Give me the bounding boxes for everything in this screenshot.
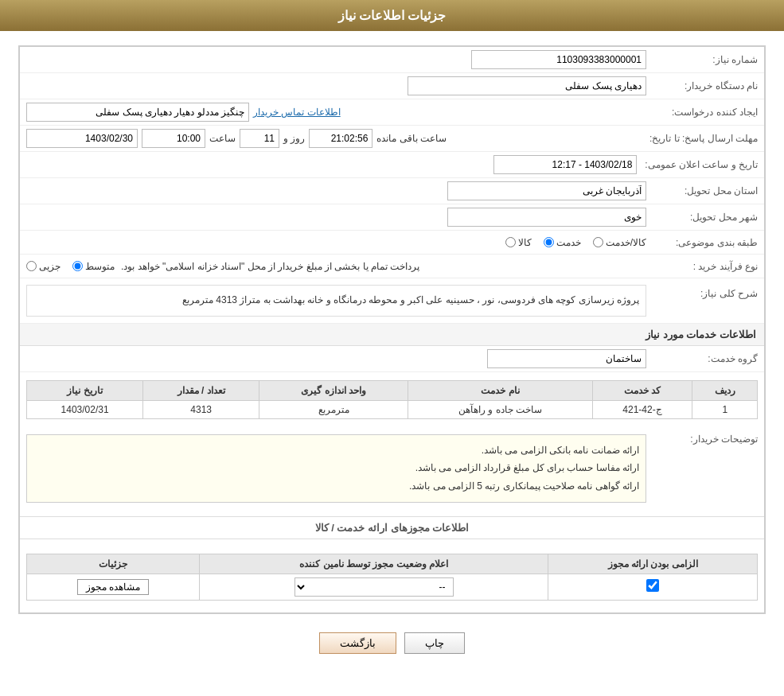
table-row: 1 ج-42-421 ساخت جاده و راهآهن مترمربع 43… bbox=[27, 400, 758, 418]
permits-table-container: الزامی بودن ارائه مجوز اعلام وضعیت مجوز … bbox=[20, 546, 764, 612]
process-type-text: پرداخت تمام یا بخشی از مبلغ خریدار از مح… bbox=[121, 261, 419, 272]
deadline-label: مهلت ارسال پاسخ: تا تاریخ: bbox=[642, 133, 758, 144]
permits-section-divider: اطلاعات مجوزهای ارائه خدمت / کالا bbox=[20, 516, 764, 539]
kala-label: کالا bbox=[518, 237, 532, 248]
description-row: شرح کلی نیاز: پروژه زیرسازی کوچه های فرد… bbox=[20, 278, 764, 324]
permit-col-required: الزامی بودن ارائه مجوز bbox=[548, 554, 758, 574]
description-label: شرح کلی نیاز: bbox=[646, 285, 758, 299]
cell-service-code: ج-42-421 bbox=[592, 400, 692, 418]
services-table-container: ردیف کد خدمت نام خدمت واحد اندازه گیری ت… bbox=[20, 372, 764, 427]
back-button[interactable]: بازگشت bbox=[319, 632, 396, 654]
remaining-input[interactable] bbox=[309, 129, 372, 148]
permit-row: -- مشاهده مجوز bbox=[27, 574, 758, 600]
view-permit-button[interactable]: مشاهده مجوز bbox=[77, 579, 149, 595]
cell-unit: مترمربع bbox=[259, 400, 408, 418]
category-radio-kala-khedmat: کالا/خدمت bbox=[593, 237, 646, 248]
city-input[interactable] bbox=[447, 208, 646, 227]
services-section-title: اطلاعات خدمات مورد نیاز bbox=[20, 324, 764, 346]
note-line-3: ارائه گواهی نامه صلاحیت پیمانکاری رتبه 5… bbox=[33, 477, 639, 496]
note-line-2: ارائه مفاسا حساب برای کل مبلغ قرارداد ال… bbox=[33, 459, 639, 477]
service-group-row: گروه خدمت: bbox=[20, 346, 764, 372]
notes-box: ارائه ضمانت نامه بانکی الزامی می باشد. ا… bbox=[26, 434, 646, 503]
buyer-org-label: نام دستگاه خریدار: bbox=[646, 80, 758, 91]
category-label: طبقه بندی موضوعی: bbox=[646, 237, 758, 248]
col-service-code: کد خدمت bbox=[592, 380, 692, 400]
kala-radio[interactable] bbox=[505, 237, 516, 247]
col-quantity: تعداد / مقدار bbox=[143, 380, 259, 400]
deadline-row: مهلت ارسال پاسخ: تا تاریخ: ساعت باقی مان… bbox=[20, 126, 764, 152]
category-radio-kala: کالا bbox=[505, 237, 532, 248]
service-group-input[interactable] bbox=[487, 349, 646, 368]
khedmat-label: خدمت bbox=[556, 237, 581, 248]
date-input[interactable] bbox=[26, 129, 138, 148]
col-row-num: ردیف bbox=[692, 380, 758, 400]
need-number-row: شماره نیاز: bbox=[20, 47, 764, 73]
process-radio-group: متوسط جزیی bbox=[26, 261, 115, 272]
kala-khedmat-radio[interactable] bbox=[593, 237, 603, 247]
page-header: جزئیات اطلاعات نیاز bbox=[0, 0, 784, 31]
contact-link[interactable]: اطلاعات تماس خریدار bbox=[253, 107, 341, 118]
process-type-section: پرداخت تمام یا بخشی از مبلغ خریدار از مح… bbox=[26, 261, 646, 272]
announce-row: تاریخ و ساعت اعلان عمومی: bbox=[20, 152, 764, 178]
days-label: روز و bbox=[283, 133, 305, 144]
note-line-1: ارائه ضمانت نامه بانکی الزامی می باشد. bbox=[33, 441, 639, 460]
print-button[interactable]: چاپ bbox=[404, 632, 465, 654]
khedmat-radio[interactable] bbox=[544, 237, 554, 247]
process-type-row: نوع فرآیند خرید : پرداخت تمام یا بخشی از… bbox=[20, 255, 764, 278]
buyer-org-input[interactable] bbox=[408, 76, 646, 95]
creator-label: ایجاد کننده درخواست: bbox=[646, 107, 758, 118]
permit-col-details: جزئیات bbox=[27, 554, 200, 574]
description-text: پروژه زیرسازی کوچه های فردوسی، نور ، حسی… bbox=[182, 294, 639, 305]
province-input[interactable] bbox=[447, 181, 646, 200]
motavaset-radio[interactable] bbox=[72, 261, 83, 271]
buyer-notes-label: توضیحات خریدار: bbox=[646, 430, 758, 445]
buyer-notes-row: توضیحات خریدار: ارائه ضمانت نامه بانکی ا… bbox=[20, 427, 764, 510]
city-row: شهر محل تحویل: bbox=[20, 204, 764, 231]
page-title: جزئیات اطلاعات نیاز bbox=[338, 9, 447, 22]
need-number-value bbox=[26, 50, 646, 69]
permit-status-select[interactable]: -- bbox=[294, 577, 454, 597]
jozi-label: جزیی bbox=[39, 261, 60, 272]
kala-khedmat-label: کالا/خدمت bbox=[606, 237, 646, 248]
creator-input[interactable] bbox=[26, 103, 249, 122]
creator-row: ایجاد کننده درخواست: اطلاعات تماس خریدار bbox=[20, 99, 764, 126]
category-radio-khedmat: خدمت bbox=[544, 237, 581, 248]
permit-status-cell: -- bbox=[199, 574, 548, 600]
col-unit: واحد اندازه گیری bbox=[259, 380, 408, 400]
category-radio-group: کالا/خدمت خدمت کالا bbox=[505, 237, 646, 248]
province-label: استان محل تحویل: bbox=[646, 185, 758, 196]
cell-date: 1403/02/31 bbox=[27, 400, 143, 418]
process-motavaset: متوسط bbox=[72, 261, 115, 272]
permit-required-checkbox[interactable] bbox=[646, 579, 659, 592]
announce-label: تاریخ و ساعت اعلان عمومی: bbox=[637, 159, 758, 170]
time-label: ساعت bbox=[209, 133, 236, 144]
need-number-input[interactable] bbox=[471, 50, 646, 69]
remaining-label: ساعت باقی مانده bbox=[376, 133, 447, 144]
city-label: شهر محل تحویل: bbox=[646, 212, 758, 223]
services-table: ردیف کد خدمت نام خدمت واحد اندازه گیری ت… bbox=[26, 380, 758, 419]
permit-table: الزامی بودن ارائه مجوز اعلام وضعیت مجوز … bbox=[26, 554, 758, 601]
permit-required-cell bbox=[548, 574, 758, 600]
motavaset-label: متوسط bbox=[85, 261, 115, 272]
cell-service-name: ساخت جاده و راهآهن bbox=[408, 400, 592, 418]
service-group-label: گروه خدمت: bbox=[646, 353, 758, 364]
province-row: استان محل تحویل: bbox=[20, 178, 764, 204]
col-service-name: نام خدمت bbox=[408, 380, 592, 400]
footer-buttons: چاپ بازگشت bbox=[12, 620, 772, 666]
cell-quantity: 4313 bbox=[143, 400, 259, 418]
category-row: طبقه بندی موضوعی: کالا/خدمت خدمت کالا bbox=[20, 231, 764, 255]
col-date: تاریخ نیاز bbox=[27, 380, 143, 400]
permit-details-cell: مشاهده مجوز bbox=[27, 574, 200, 600]
announce-input[interactable] bbox=[493, 155, 637, 174]
process-type-label: نوع فرآیند خرید : bbox=[646, 261, 758, 272]
permit-col-status: اعلام وضعیت مجوز توسط نامین کننده bbox=[199, 554, 548, 574]
days-input[interactable] bbox=[240, 129, 279, 148]
jozi-radio[interactable] bbox=[26, 261, 37, 271]
cell-row-num: 1 bbox=[692, 400, 758, 418]
process-jozi: جزیی bbox=[26, 261, 60, 272]
need-number-label: شماره نیاز: bbox=[646, 54, 758, 65]
buyer-org-row: نام دستگاه خریدار: bbox=[20, 73, 764, 99]
time-input[interactable] bbox=[142, 129, 205, 148]
description-box: پروژه زیرسازی کوچه های فردوسی، نور ، حسی… bbox=[26, 285, 646, 317]
